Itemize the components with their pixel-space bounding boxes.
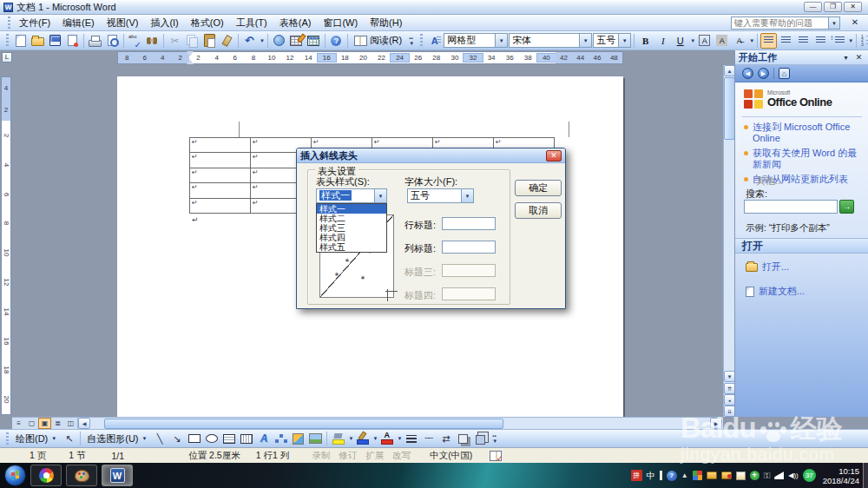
underline-dropdown-icon[interactable]: ▼ — [690, 38, 695, 43]
reading-layout-button[interactable]: 阅读(R) — [351, 33, 405, 49]
horizontal-scrollbar[interactable]: ≡ ▢ ▣ ≣ ◫ ◀ ▶ — [12, 417, 723, 429]
show-desktop-button[interactable] — [863, 463, 868, 488]
copy-icon[interactable] — [184, 33, 201, 49]
arrow-icon[interactable] — [168, 431, 185, 446]
chevron-down-icon[interactable]: ▼ — [828, 17, 839, 29]
taskbar-app-paint[interactable] — [66, 465, 97, 486]
insert-table-icon[interactable] — [306, 33, 322, 49]
volume-icon[interactable]: ◀)) — [788, 470, 798, 482]
taskbar-app-word[interactable]: W — [102, 465, 133, 486]
horizontal-scrollbar-thumb[interactable] — [104, 419, 503, 429]
align-center-icon[interactable] — [778, 33, 794, 49]
minimize-button[interactable]: — — [804, 2, 822, 12]
character-scale-dropdown-icon[interactable]: ▼ — [749, 38, 754, 43]
power-plug-icon[interactable]: ⚿ — [764, 470, 771, 482]
line-spacing-icon[interactable] — [830, 33, 846, 49]
vertical-text-box-icon[interactable] — [238, 431, 254, 446]
open-link[interactable]: 打开... — [746, 260, 789, 274]
save-icon[interactable] — [47, 33, 63, 49]
field-input[interactable] — [442, 217, 496, 230]
ime-bar-icon[interactable] — [660, 471, 662, 480]
italic-icon[interactable]: I — [654, 33, 671, 49]
dash-style-icon[interactable] — [420, 431, 437, 446]
align-left-icon[interactable] — [760, 33, 777, 49]
status-mode[interactable]: 修订 — [339, 450, 357, 462]
character-border-icon[interactable]: A — [696, 33, 713, 49]
new-document-link[interactable]: 新建文档... — [746, 285, 805, 298]
line-style-icon[interactable] — [403, 431, 419, 446]
close-document-icon[interactable]: ✕ — [849, 17, 861, 29]
menu-item[interactable]: 编辑(E) — [56, 15, 101, 31]
close-button[interactable]: ✕ — [844, 2, 862, 12]
toolbar-grip[interactable] — [8, 16, 10, 30]
tab-selector[interactable]: L — [2, 52, 12, 63]
line-spacing-dropdown-icon[interactable]: ▼ — [848, 38, 853, 43]
taskbar-clock[interactable]: 10:15 2018/4/24 — [823, 466, 859, 485]
menu-item[interactable]: 插入(I) — [144, 15, 184, 31]
bold-icon[interactable]: B — [637, 33, 654, 49]
ok-button[interactable]: 确定 — [515, 180, 562, 196]
undo-dropdown-icon[interactable]: ▼ — [260, 38, 265, 43]
menu-item[interactable]: 帮助(H) — [364, 15, 408, 31]
numbering-icon[interactable] — [859, 33, 868, 49]
search-go-icon[interactable]: → — [839, 200, 854, 214]
tables-borders-icon[interactable] — [288, 33, 305, 49]
fill-color-dropdown-icon[interactable]: ▼ — [348, 436, 353, 441]
task-pane-close-icon[interactable]: ✕ — [853, 53, 865, 62]
style-option[interactable]: 样式五 — [317, 242, 386, 252]
toolbar-grip[interactable] — [6, 432, 9, 445]
outline-view-icon[interactable]: ≣ — [51, 418, 64, 429]
print-preview-icon[interactable] — [104, 33, 121, 49]
task-pane-menu-icon[interactable]: ▼ — [840, 55, 852, 61]
clip-art-icon[interactable] — [290, 431, 306, 446]
diagram-icon[interactable] — [273, 431, 289, 446]
font-combo[interactable]: 宋体▼ — [509, 33, 592, 48]
wordart-icon[interactable] — [255, 431, 272, 446]
oval-icon[interactable] — [203, 431, 220, 446]
battery-percent-badge[interactable]: 37 — [803, 469, 816, 482]
chevron-down-icon[interactable]: ▼ — [374, 189, 386, 202]
toolbar-grip[interactable] — [6, 34, 9, 47]
character-scale-icon[interactable]: A̶ — [731, 33, 747, 49]
web-layout-view-icon[interactable]: ▢ — [25, 418, 38, 429]
format-painter-icon[interactable] — [219, 33, 235, 49]
style-combo[interactable]: 网格型▼ — [444, 33, 508, 48]
help-tray-icon[interactable]: ? — [667, 471, 677, 481]
table-cell[interactable]: ↵ — [190, 183, 251, 198]
permission-icon[interactable] — [64, 33, 81, 49]
toolbar-options-icon[interactable]: ▪▪▼ — [406, 33, 417, 49]
folder-alert-tray-icon[interactable] — [721, 472, 732, 479]
autoshapes-menu-button[interactable]: 自选图形(U)▼ — [83, 431, 150, 446]
back-icon[interactable]: ◀ — [742, 68, 753, 79]
ime-language-indicator[interactable]: 中 — [647, 470, 655, 482]
paste-icon[interactable] — [201, 33, 218, 49]
character-shading-icon[interactable]: A — [713, 33, 730, 49]
draw-menu-button[interactable]: 绘图(D)▼ — [12, 431, 60, 446]
style-option[interactable]: 样式四 — [317, 233, 386, 242]
search-input[interactable] — [744, 200, 838, 214]
more-link[interactable]: 其他... — [756, 175, 783, 188]
vertical-ruler[interactable]: 42 2468101214161820 — [1, 76, 11, 415]
help-question-box[interactable]: 键入需要帮助的问题 ▼ — [731, 16, 840, 30]
toolbar-grip[interactable] — [420, 34, 423, 47]
print-layout-view-icon[interactable]: ▣ — [38, 418, 51, 429]
status-mode[interactable]: 录制 — [312, 450, 330, 462]
text-box-icon[interactable] — [220, 431, 237, 446]
select-objects-icon[interactable] — [61, 431, 77, 446]
style-option[interactable]: 样式三 — [317, 223, 386, 233]
menu-item[interactable]: 文件(F) — [13, 15, 56, 31]
align-right-icon[interactable] — [795, 33, 812, 49]
arrow-style-icon[interactable] — [437, 431, 454, 446]
vertical-scrollbar[interactable]: ▲ ▼ ⇈ ● ⇊ — [723, 65, 734, 417]
show-hidden-icons-icon[interactable]: ▲ — [681, 470, 688, 482]
rectangle-icon[interactable] — [186, 431, 202, 446]
first-line-indent-marker[interactable] — [187, 51, 194, 56]
new-document-icon[interactable] — [12, 33, 29, 49]
task-pane-link[interactable]: 连接到 Microsoft Office Online — [744, 122, 864, 144]
table-cell[interactable]: ↵ — [190, 138, 251, 153]
line-icon[interactable] — [151, 431, 168, 446]
menu-item[interactable]: 工具(T) — [230, 15, 273, 31]
table-cell[interactable]: ↵ — [190, 153, 251, 168]
scroll-right-icon[interactable]: ▶ — [710, 418, 722, 429]
safety-plus-icon[interactable]: + — [750, 471, 760, 480]
